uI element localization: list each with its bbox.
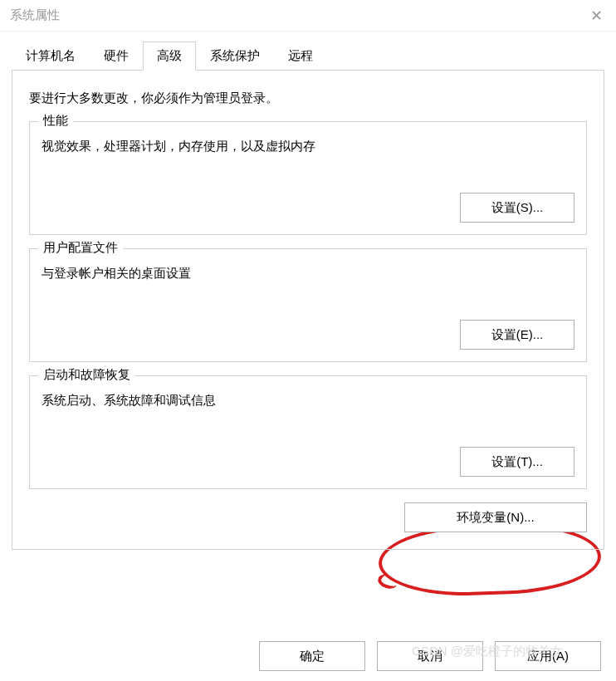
startup-settings-button[interactable]: 设置(T)... [460,447,574,477]
group-performance-title: 性能 [38,113,73,129]
user-profiles-settings-button[interactable]: 设置(E)... [460,320,574,350]
tab-remote[interactable]: 远程 [274,42,327,71]
tab-system-protection[interactable]: 系统保护 [196,42,274,71]
tab-hardware[interactable]: 硬件 [90,42,143,71]
dialog-footer: 确定 取消 应用(A) [259,641,601,671]
cancel-button[interactable]: 取消 [377,641,483,671]
titlebar: 系统属性 ✕ [0,0,616,32]
performance-settings-button[interactable]: 设置(S)... [460,193,574,223]
tab-panel-advanced: 要进行大多数更改，你必须作为管理员登录。 性能 视觉效果，处理器计划，内存使用，… [12,70,604,550]
apply-button[interactable]: 应用(A) [495,641,601,671]
close-icon[interactable]: ✕ [586,6,606,26]
tab-strip: 计算机名 硬件 高级 系统保护 远程 [0,32,616,71]
group-startup-title: 启动和故障恢复 [38,367,135,383]
group-user-profiles-title: 用户配置文件 [38,240,123,256]
ok-button[interactable]: 确定 [259,641,365,671]
group-user-profiles: 用户配置文件 与登录帐户相关的桌面设置 设置(E)... [29,248,587,362]
window-title: 系统属性 [10,7,60,23]
env-row: 环境变量(N)... [29,502,587,532]
group-startup-desc: 系统启动、系统故障和调试信息 [42,393,574,409]
tab-computer-name[interactable]: 计算机名 [12,42,90,71]
group-user-profiles-desc: 与登录帐户相关的桌面设置 [42,266,574,282]
group-performance: 性能 视觉效果，处理器计划，内存使用，以及虚拟内存 设置(S)... [29,121,587,235]
tab-advanced[interactable]: 高级 [143,42,196,71]
environment-variables-button[interactable]: 环境变量(N)... [404,502,587,532]
group-performance-desc: 视觉效果，处理器计划，内存使用，以及虚拟内存 [42,139,574,154]
admin-notice: 要进行大多数更改，你必须作为管理员登录。 [29,91,587,106]
group-startup-recovery: 启动和故障恢复 系统启动、系统故障和调试信息 设置(T)... [29,375,587,489]
